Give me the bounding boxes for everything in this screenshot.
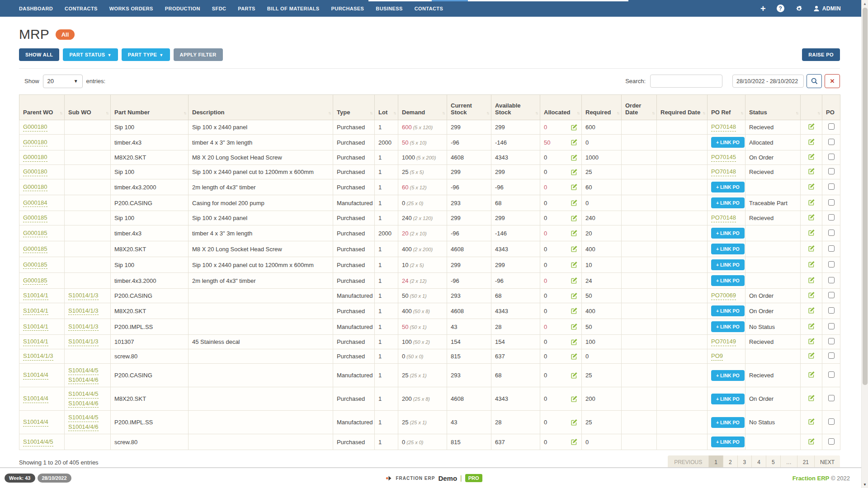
link-po-button[interactable]: + LINK PO: [711, 244, 745, 254]
parent-wo-link[interactable]: G000185: [23, 229, 47, 238]
clear-date-button[interactable]: ✕: [825, 74, 840, 88]
po-ref-link[interactable]: PO70145: [711, 153, 736, 162]
column-header-parent-wo[interactable]: Parent WO↑↓: [19, 95, 65, 120]
link-po-button[interactable]: + LINK PO: [711, 370, 745, 381]
edit-allocated-icon[interactable]: [571, 154, 578, 161]
po-checkbox[interactable]: [828, 168, 835, 174]
gear-icon[interactable]: [795, 5, 802, 12]
nav-item-bill-of-materials[interactable]: BILL OF MATERIALS: [267, 6, 320, 11]
column-header-actions[interactable]: ↑↓: [801, 95, 822, 120]
scroll-up-icon[interactable]: ▲: [862, 0, 868, 7]
sub-wo-link[interactable]: S10014/1/3: [68, 291, 99, 300]
apply-filter-button[interactable]: APPLY FILTER: [174, 48, 223, 61]
parent-wo-link[interactable]: S10014/4: [23, 394, 48, 403]
parent-wo-link[interactable]: S10014/1/3: [23, 352, 53, 361]
edit-allocated-icon[interactable]: [571, 338, 578, 346]
edit-allocated-icon[interactable]: [571, 139, 578, 146]
link-po-button[interactable]: + LINK PO: [711, 275, 745, 286]
sub-wo-link[interactable]: S10014/4/5: [68, 413, 99, 422]
po-checkbox[interactable]: [828, 199, 835, 206]
po-checkbox[interactable]: [828, 307, 835, 314]
nav-item-purchases[interactable]: PURCHASES: [331, 6, 364, 11]
sub-wo-link[interactable]: S10014/1/3: [68, 338, 99, 346]
edit-row-icon[interactable]: [808, 291, 815, 299]
edit-row-icon[interactable]: [808, 338, 815, 345]
column-header-required-date[interactable]: Required Date↑↓: [657, 95, 708, 120]
link-po-button[interactable]: + LINK PO: [711, 182, 745, 192]
edit-row-icon[interactable]: [808, 371, 815, 378]
po-ref-link[interactable]: PO70069: [711, 291, 736, 300]
edit-row-icon[interactable]: [808, 123, 815, 130]
parent-wo-link[interactable]: S10014/1: [23, 291, 48, 300]
edit-allocated-icon[interactable]: [571, 199, 578, 206]
parent-wo-link[interactable]: S10014/4: [23, 418, 48, 427]
column-header-current-stock[interactable]: Current Stock↑↓: [447, 95, 491, 120]
edit-allocated-icon[interactable]: [571, 277, 578, 284]
po-ref-link[interactable]: PO70148: [711, 123, 736, 131]
po-checkbox[interactable]: [828, 139, 835, 145]
column-header-po-ref[interactable]: PO Ref↑↓: [708, 95, 745, 120]
po-checkbox[interactable]: [828, 261, 835, 267]
parent-wo-link[interactable]: G000180: [23, 183, 47, 192]
link-po-button[interactable]: + LINK PO: [711, 321, 745, 332]
user-menu[interactable]: ADMIN: [813, 5, 841, 12]
column-header-type[interactable]: Type↑↓: [333, 95, 375, 120]
edit-row-icon[interactable]: [808, 394, 815, 402]
column-header-part-number[interactable]: Part Number↑↓: [111, 95, 189, 120]
link-po-button[interactable]: + LINK PO: [711, 417, 745, 428]
po-checkbox[interactable]: [828, 418, 835, 425]
column-header-sub-wo[interactable]: Sub WO↑↓: [65, 95, 111, 120]
date-range-input[interactable]: [732, 75, 804, 88]
nav-item-dashboard[interactable]: DASHBOARD: [19, 6, 53, 11]
nav-item-contacts[interactable]: CONTACTS: [415, 6, 443, 11]
edit-allocated-icon[interactable]: [571, 372, 578, 379]
po-checkbox[interactable]: [828, 338, 835, 344]
nav-item-contracts[interactable]: CONTRACTS: [65, 6, 98, 11]
edit-row-icon[interactable]: [808, 323, 815, 330]
po-checkbox[interactable]: [828, 323, 835, 329]
po-checkbox[interactable]: [828, 292, 835, 298]
po-checkbox[interactable]: [828, 154, 835, 160]
po-ref-link[interactable]: PO70148: [711, 168, 736, 176]
edit-row-icon[interactable]: [808, 277, 815, 284]
nav-item-sfdc[interactable]: SFDC: [212, 6, 226, 11]
parent-wo-link[interactable]: S10014/4: [23, 371, 48, 380]
sub-wo-link[interactable]: S10014/4/5: [68, 366, 99, 375]
edit-allocated-icon[interactable]: [571, 292, 578, 300]
po-ref-link[interactable]: PO70148: [711, 214, 736, 222]
edit-allocated-icon[interactable]: [571, 183, 578, 191]
nav-item-production[interactable]: PRODUCTION: [165, 6, 200, 11]
edit-allocated-icon[interactable]: [571, 323, 578, 330]
parent-wo-link[interactable]: G000185: [23, 261, 47, 269]
edit-row-icon[interactable]: [808, 307, 815, 314]
edit-row-icon[interactable]: [808, 153, 815, 160]
edit-row-icon[interactable]: [808, 199, 815, 206]
po-ref-link[interactable]: PO70149: [711, 338, 736, 346]
column-header-available-stock[interactable]: Available Stock↑↓: [491, 95, 540, 120]
po-checkbox[interactable]: [828, 371, 835, 378]
po-ref-link[interactable]: PO9: [711, 352, 723, 361]
link-po-button[interactable]: + LINK PO: [711, 436, 745, 447]
column-header-order-date[interactable]: Order Date↑↓: [622, 95, 657, 120]
help-icon[interactable]: ?: [777, 5, 784, 12]
po-checkbox[interactable]: [828, 214, 835, 221]
edit-row-icon[interactable]: [808, 261, 815, 268]
edit-allocated-icon[interactable]: [571, 419, 578, 426]
parent-wo-link[interactable]: G000180: [23, 123, 47, 131]
sub-wo-link[interactable]: S10014/4/6: [68, 399, 99, 408]
parent-wo-link[interactable]: G000185: [23, 277, 47, 285]
link-po-button[interactable]: + LINK PO: [711, 305, 745, 316]
nav-item-parts[interactable]: PARTS: [238, 6, 255, 11]
part-status-dropdown[interactable]: PART STATUS▼: [63, 48, 118, 61]
edit-allocated-icon[interactable]: [571, 307, 578, 314]
parent-wo-link[interactable]: G000185: [23, 245, 47, 253]
link-po-button[interactable]: + LINK PO: [711, 137, 745, 148]
edit-row-icon[interactable]: [808, 245, 815, 252]
link-po-button[interactable]: + LINK PO: [711, 228, 745, 239]
sub-wo-link[interactable]: S10014/1/3: [68, 307, 99, 315]
search-input[interactable]: [650, 75, 722, 88]
edit-allocated-icon[interactable]: [571, 261, 578, 268]
edit-allocated-icon[interactable]: [571, 215, 578, 222]
edit-allocated-icon[interactable]: [571, 438, 578, 446]
edit-allocated-icon[interactable]: [571, 353, 578, 360]
